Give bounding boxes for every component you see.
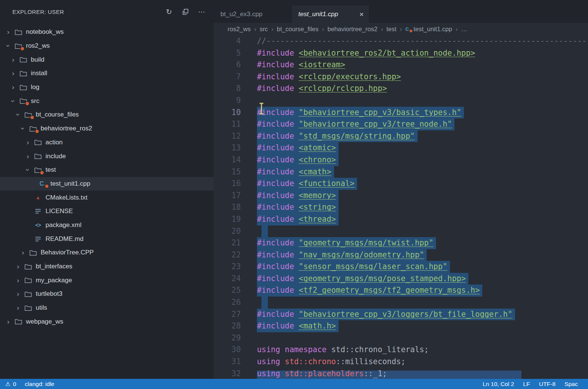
chevron-right-icon[interactable]: ›	[24, 138, 32, 147]
tree-item-utils[interactable]: ›utils	[0, 301, 214, 315]
chevron-right-icon[interactable]: ›	[14, 304, 22, 312]
breadcrumb-item[interactable]: ros2_ws	[228, 26, 251, 33]
code-line-12[interactable]: 12#include "std_msgs/msg/string.hpp"	[214, 130, 588, 142]
code-line-9[interactable]: 9	[214, 95, 588, 107]
tree-item-test_unit1.cpp[interactable]: C+test_unit1.cpp	[0, 177, 214, 191]
chevron-right-icon: ›	[381, 26, 383, 33]
eol-indicator[interactable]: LF	[523, 381, 530, 387]
code-line-16[interactable]: 16#include <functional>	[214, 178, 588, 190]
tree-item-bt_course_files[interactable]: ›bt_course_files	[0, 108, 214, 122]
chevron-down-icon[interactable]: ›	[14, 111, 22, 118]
code-line-7[interactable]: 7#include <rclcpp/executors.hpp>	[214, 71, 588, 83]
breadcrumb-item[interactable]: test	[386, 26, 397, 33]
code-line-14[interactable]: 14#include <chrono>	[214, 154, 588, 166]
tree-item-turtlebot3[interactable]: ›turtlebot3	[0, 287, 214, 301]
token-inc: <iostream>	[299, 60, 345, 69]
encoding-indicator[interactable]: UTF-8	[539, 381, 556, 387]
code-line-27[interactable]: 27#include "behaviortree_cpp_v3/loggers/…	[214, 309, 588, 321]
chevron-right-icon[interactable]: ›	[19, 248, 27, 257]
chevron-right-icon[interactable]: ›	[9, 69, 17, 77]
line-number: 20	[214, 226, 241, 238]
line-number: 19	[214, 213, 241, 226]
code-line-17[interactable]: 17#include <memory>	[214, 190, 588, 202]
breadcrumb-label: ros2_ws	[228, 26, 251, 33]
code-line-29[interactable]: 29	[214, 332, 588, 344]
code-line-10[interactable]: 10#include "behaviortree_cpp_v3/basic_ty…	[214, 107, 588, 119]
line-text: #include <cmath>	[257, 166, 334, 178]
git-modified-dot	[30, 115, 35, 120]
indentation-indicator[interactable]: Spac	[565, 381, 578, 387]
code-line-31[interactable]: 31using std::chrono::milliseconds;	[214, 356, 588, 368]
chevron-right-icon[interactable]: ›	[14, 290, 22, 298]
tree-item-behaviortree_ros2[interactable]: ›behaviortree_ros2	[0, 122, 214, 136]
tree-item-test[interactable]: ›test	[0, 163, 214, 177]
line-text: #include <rclcpp/executors.hpp>	[257, 71, 401, 83]
chevron-down-icon[interactable]: ›	[24, 166, 32, 174]
code-line-11[interactable]: 11#include "behaviortree_cpp_v3/tree_nod…	[214, 118, 588, 130]
code-line-8[interactable]: 8#include <rclcpp/rclcpp.hpp>	[214, 83, 588, 95]
tree-item-include[interactable]: ›include	[0, 149, 214, 163]
tree-item-ros2_ws[interactable]: ›ros2_ws	[0, 39, 214, 53]
collapse-folders-icon[interactable]	[182, 9, 188, 15]
breadcrumb-item[interactable]: src	[260, 26, 268, 33]
clangd-status[interactable]: clangd: idle	[25, 381, 54, 387]
tree-item-my_package[interactable]: ›my_package	[0, 273, 214, 287]
code-line-13[interactable]: 13#include <atomic>	[214, 142, 588, 154]
chevron-right-icon[interactable]: ›	[9, 56, 17, 64]
code-line-6[interactable]: 6#include <iostream>	[214, 59, 588, 71]
chevron-down-icon[interactable]: ›	[19, 125, 27, 132]
token-pp: #include	[257, 321, 299, 330]
tree-item-bt_interfaces[interactable]: ›bt_interfaces	[0, 260, 214, 274]
code-line-18[interactable]: 18#include <string>	[214, 201, 588, 213]
selection-highlight: #include <tf2_geometry_msgs/tf2_geometry…	[257, 285, 482, 297]
tree-item-src[interactable]: ›src	[0, 94, 214, 108]
tree-item-build[interactable]: ›build	[0, 53, 214, 67]
refresh-icon[interactable]: ↻	[166, 8, 172, 16]
code-line-15[interactable]: 15#include <cmath>	[214, 166, 588, 178]
chevron-right-icon[interactable]: ›	[5, 28, 12, 36]
tree-item-README.md[interactable]: README.md	[0, 232, 214, 246]
code-line-21[interactable]: 21#include "geometry_msgs/msg/twist.hpp"	[214, 237, 588, 249]
tree-item-package.xml[interactable]: <>package.xml	[0, 218, 214, 232]
tab-test_unit1.cpp[interactable]: test_unit1.cpp×	[292, 6, 369, 23]
code-line-20[interactable]: 20	[214, 226, 588, 238]
chevron-right-icon[interactable]: ›	[14, 276, 22, 285]
chevron-down-icon[interactable]: ›	[9, 97, 17, 105]
code-line-5[interactable]: 5#include <behaviortree_ros2/bt_action_n…	[214, 47, 588, 59]
code-line-25[interactable]: 25#include <tf2_geometry_msgs/tf2_geomet…	[214, 285, 588, 297]
breadcrumb-item[interactable]: C+test_unit1.cpp	[405, 26, 452, 33]
code-line-26[interactable]: 26	[214, 297, 588, 309]
code-line-4[interactable]: 4//-------------------------------------…	[214, 35, 588, 47]
cursor-position-indicator[interactable]: Ln 10, Col 2	[483, 381, 514, 387]
more-actions-icon[interactable]: ⋯	[198, 8, 205, 16]
breadcrumb-item[interactable]: …	[461, 26, 468, 33]
code-line-28[interactable]: 28#include <math.h>	[214, 320, 588, 332]
code-line-24[interactable]: 24#include <geometry_msgs/msg/pose_stamp…	[214, 273, 588, 285]
selection-highlight: #include "nav_msgs/msg/odometry.hpp"	[257, 249, 427, 261]
tree-item-log[interactable]: ›log	[0, 80, 214, 94]
code-line-19[interactable]: 19#include <thread>	[214, 213, 588, 226]
chevron-right-icon[interactable]: ›	[5, 318, 12, 326]
tree-item-notebook_ws[interactable]: ›notebook_ws	[0, 25, 214, 39]
breadcrumb-item[interactable]: behaviortree_ros2	[327, 26, 377, 33]
chevron-right-icon[interactable]: ›	[9, 83, 17, 91]
token-pp: #include	[257, 215, 299, 224]
tree-item-action[interactable]: ›action	[0, 136, 214, 150]
code-line-23[interactable]: 23#include "sensor_msgs/msg/laser_scan.h…	[214, 261, 588, 273]
tab-bt_u2_ex3.cpp[interactable]: bt_u2_ex3.cpp	[214, 6, 292, 23]
code-line-22[interactable]: 22#include "nav_msgs/msg/odometry.hpp"	[214, 249, 588, 261]
tree-item-install[interactable]: ›install	[0, 67, 214, 80]
chevron-down-icon[interactable]: ›	[4, 42, 12, 50]
code-line-32[interactable]: 32using std::placeholders::_1;	[214, 368, 588, 379]
breadcrumb-item[interactable]: bt_course_files	[277, 26, 319, 33]
tree-item-BehaviorTree.CPP[interactable]: ›BehaviorTree.CPP	[0, 246, 214, 260]
code-line-30[interactable]: 30using namespace std::chrono_literals;	[214, 344, 588, 356]
tree-item-CMakeLists.txt[interactable]: ▲CMakeLists.txt	[0, 191, 214, 204]
chevron-right-icon[interactable]: ›	[24, 152, 32, 160]
chevron-right-icon[interactable]: ›	[14, 262, 22, 271]
tree-item-webpage_ws[interactable]: ›webpage_ws	[0, 315, 214, 328]
code-editor[interactable]: 4//-------------------------------------…	[214, 35, 588, 379]
tree-item-LICENSE[interactable]: LICENSE	[0, 204, 214, 218]
problems-indicator[interactable]: ⚠ 0 clangd: idle	[0, 381, 55, 387]
close-icon[interactable]: ×	[359, 10, 364, 19]
